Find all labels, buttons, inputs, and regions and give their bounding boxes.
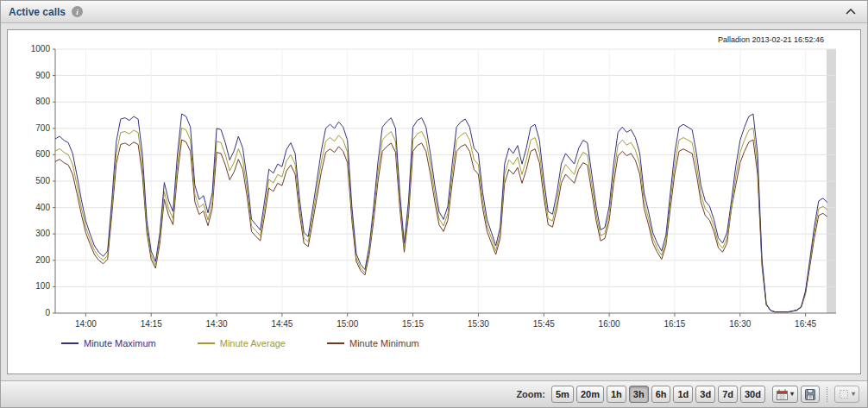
- x-tick-label: 16:30: [729, 319, 751, 329]
- chevron-up-icon: [846, 9, 856, 15]
- chart-container: Palladion 2013-02-21 16:52:46 0100200300…: [7, 29, 861, 374]
- zoom-button-1d[interactable]: 1d: [673, 386, 693, 403]
- calendar-icon: [777, 389, 788, 400]
- zoom-button-5m[interactable]: 5m: [551, 386, 574, 403]
- x-tick-label: 15:00: [337, 319, 358, 329]
- toolbar-divider: [827, 387, 827, 402]
- x-tick-label: 16:00: [599, 319, 620, 329]
- x-tick-label: 14:30: [206, 319, 228, 329]
- chevron-down-icon: ▾: [790, 391, 794, 398]
- legend-item: Minute Maximum: [61, 338, 156, 348]
- y-tick-label: 800: [35, 97, 50, 106]
- x-tick-label: 15:15: [402, 319, 424, 329]
- x-tick-label: 14:45: [271, 319, 292, 329]
- x-tick-label: 15:30: [468, 319, 489, 329]
- x-tick-label: 16:45: [795, 319, 816, 329]
- x-tick-label: 14:15: [141, 319, 162, 329]
- y-tick-label: 900: [35, 71, 50, 80]
- legend-label: Minute Minimum: [349, 338, 419, 348]
- zoom-button-1h[interactable]: 1h: [607, 386, 626, 403]
- legend-swatch: [61, 342, 79, 344]
- legend-swatch: [198, 342, 215, 344]
- chart-watermark: Palladion 2013-02-21 16:52:46: [718, 35, 824, 44]
- legend-label: Minute Average: [220, 338, 286, 348]
- chevron-down-icon: ▾: [852, 391, 855, 398]
- series-line-minute-minimum: [55, 140, 827, 312]
- info-icon[interactable]: i: [72, 6, 83, 17]
- widget-header: Active calls i: [1, 1, 867, 23]
- calendar-range-button[interactable]: ▾: [772, 386, 798, 403]
- selection-box-icon: [839, 389, 849, 399]
- zoom-button-3d[interactable]: 3d: [695, 386, 715, 403]
- zoom-button-7d[interactable]: 7d: [718, 386, 738, 403]
- zoom-button-3h[interactable]: 3h: [629, 386, 649, 403]
- widget-footer: Zoom: 5m20m1h3h6h1d3d7d30d ▾: [1, 380, 867, 407]
- chart-legend: Minute MaximumMinute AverageMinute Minim…: [61, 338, 860, 348]
- zoom-button-6h[interactable]: 6h: [651, 386, 671, 403]
- zoom-label: Zoom:: [516, 389, 545, 399]
- y-tick-label: 700: [35, 123, 50, 133]
- y-tick-label: 400: [35, 203, 50, 212]
- legend-item: Minute Average: [198, 338, 286, 348]
- x-tick-label: 14:00: [75, 319, 97, 329]
- active-calls-widget: Active calls i Palladion 2013-02-21 16:5…: [0, 0, 868, 408]
- zoom-button-30d[interactable]: 30d: [740, 386, 765, 403]
- y-tick-label: 0: [45, 308, 50, 317]
- zoom-button-20m[interactable]: 20m: [576, 386, 604, 403]
- y-tick-label: 300: [35, 229, 50, 238]
- collapse-button[interactable]: [842, 7, 859, 16]
- series-line-minute-maximum: [55, 114, 827, 312]
- y-tick-label: 600: [35, 149, 50, 159]
- export-button[interactable]: [801, 386, 820, 403]
- y-tick-label: 100: [35, 281, 50, 291]
- legend-swatch: [327, 342, 344, 344]
- y-tick-label: 500: [35, 176, 50, 185]
- zoom-buttons: 5m20m1h3h6h1d3d7d30d: [551, 386, 765, 403]
- more-options-button[interactable]: ▾: [834, 386, 859, 403]
- active-calls-chart[interactable]: 0100200300400500600700800900100014:0014:…: [12, 44, 853, 336]
- legend-label: Minute Maximum: [84, 338, 156, 348]
- x-tick-label: 16:15: [664, 319, 685, 329]
- legend-item: Minute Minimum: [327, 338, 419, 348]
- page-title: Active calls: [9, 6, 66, 18]
- x-tick-label: 15:45: [533, 319, 555, 329]
- y-tick-label: 200: [35, 255, 50, 265]
- y-tick-label: 1000: [31, 44, 51, 53]
- save-icon: [805, 389, 815, 400]
